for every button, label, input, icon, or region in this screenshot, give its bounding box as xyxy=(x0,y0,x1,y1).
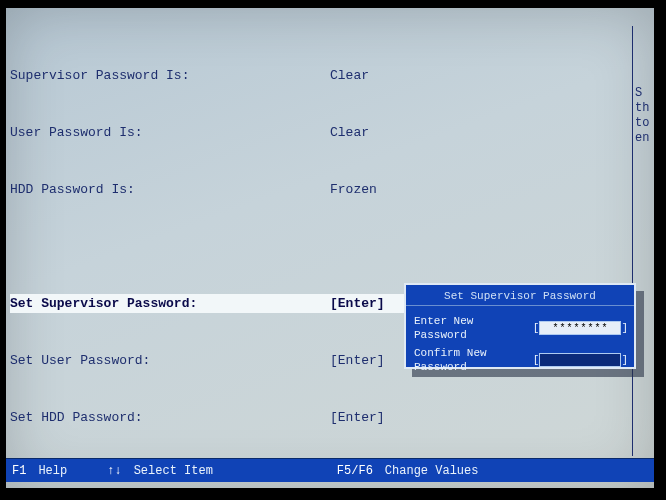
enter-new-password-input[interactable] xyxy=(539,321,621,335)
bracket-close-icon: ] xyxy=(621,353,628,367)
bracket-open-icon: [ xyxy=(533,321,540,335)
enter-new-password-label: Enter New Password xyxy=(414,314,533,342)
dialog-title: Set Supervisor Password xyxy=(406,285,634,306)
footer-arrows-label: Select Item xyxy=(128,464,219,478)
help-line-4: en xyxy=(635,131,652,146)
bios-screen: Supervisor Password Is: Clear User Passw… xyxy=(6,8,654,488)
set-hdd-label: Set HDD Password: xyxy=(10,408,330,427)
status-hdd-row: HDD Password Is: Frozen xyxy=(10,180,530,199)
set-supervisor-password-dialog: Set Supervisor Password Enter New Passwo… xyxy=(404,283,636,369)
confirm-new-password-input[interactable] xyxy=(539,353,621,367)
confirm-new-password-label: Confirm New Password xyxy=(414,346,533,374)
set-hdd-row[interactable]: Set HDD Password: [Enter] xyxy=(10,408,530,427)
status-user-row: User Password Is: Clear xyxy=(10,123,530,142)
footer-f5f6-label: Change Values xyxy=(379,464,485,478)
set-hdd-value: [Enter] xyxy=(330,408,530,427)
status-hdd-value: Frozen xyxy=(330,180,530,199)
help-line-2: th xyxy=(635,101,652,116)
status-supervisor-value: Clear xyxy=(330,66,530,85)
set-supervisor-label: Set Supervisor Password: xyxy=(10,294,330,313)
set-user-label: Set User Password: xyxy=(10,351,330,370)
footer-f1-label: Help xyxy=(32,464,73,478)
status-user-value: Clear xyxy=(330,123,530,142)
enter-new-password-row[interactable]: Enter New Password [ ] xyxy=(414,314,628,342)
footer-bar: F1 Help ↑↓ Select Item F5/F6 Change Valu… xyxy=(6,458,654,482)
help-line-1: S xyxy=(635,86,652,101)
help-pane: S th to en xyxy=(632,26,654,456)
bracket-close-icon: ] xyxy=(621,321,628,335)
status-supervisor-row: Supervisor Password Is: Clear xyxy=(10,66,530,85)
confirm-new-password-row[interactable]: Confirm New Password [ ] xyxy=(414,346,628,374)
footer-f5f6-key: F5/F6 xyxy=(331,464,379,478)
footer-f1-key: F1 xyxy=(6,464,32,478)
status-hdd-label: HDD Password Is: xyxy=(10,180,330,199)
bracket-open-icon: [ xyxy=(533,353,540,367)
status-supervisor-label: Supervisor Password Is: xyxy=(10,66,330,85)
status-user-label: User Password Is: xyxy=(10,123,330,142)
footer-arrows-key: ↑↓ xyxy=(101,464,127,478)
help-line-3: to xyxy=(635,116,652,131)
bios-content: Supervisor Password Is: Clear User Passw… xyxy=(10,28,530,488)
